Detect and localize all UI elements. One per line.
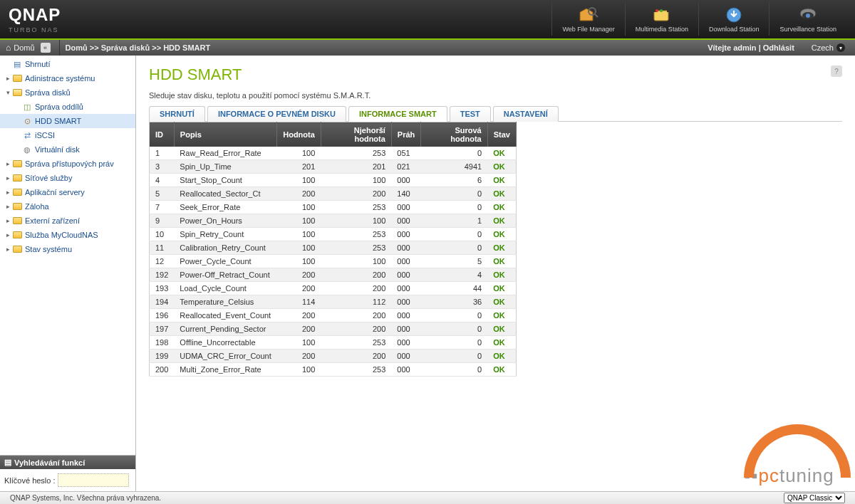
nav-label: Správa disků bbox=[25, 87, 71, 98]
nav-icon bbox=[11, 88, 23, 98]
nav-item-shrnutí[interactable]: ▤Shrnutí bbox=[0, 57, 135, 71]
cell-threshold: 140 bbox=[391, 187, 420, 201]
nav-label: Aplikační servery bbox=[25, 187, 85, 198]
cell-threshold: 000 bbox=[391, 363, 420, 377]
cell-worst: 200 bbox=[321, 282, 391, 295]
svg-rect-4 bbox=[667, 9, 671, 12]
cell-id: 199 bbox=[150, 350, 175, 363]
cell-threshold: 000 bbox=[391, 282, 420, 295]
nav-icon bbox=[11, 159, 23, 169]
cell-raw: 0 bbox=[421, 350, 487, 363]
nav-icon: ◫ bbox=[21, 102, 33, 112]
welcome-text: Vítejte admin | Odhlásit bbox=[700, 43, 802, 52]
nav-item-hdd-smart[interactable]: ⊙HDD SMART bbox=[0, 114, 135, 128]
nav-item-adinistrace-systému[interactable]: ▸Adinistrace systému bbox=[0, 71, 135, 85]
svg-line-1 bbox=[595, 14, 598, 17]
nav-item-záloha[interactable]: ▸Záloha bbox=[0, 199, 135, 214]
header-shortcut-2[interactable]: Download Station bbox=[698, 3, 770, 36]
tab-informace-o-pevném-disku[interactable]: INFORMACE O PEVNÉM DISKU bbox=[207, 106, 346, 122]
cell-threshold: 051 bbox=[391, 147, 420, 160]
footer: QNAP Systems, Inc. Všechna práva vyhraze… bbox=[0, 491, 855, 504]
nav-icon: ◍ bbox=[21, 145, 33, 154]
nav-item-aplikační-servery[interactable]: ▸Aplikační servery bbox=[0, 185, 135, 199]
col-header: ID bbox=[150, 122, 175, 147]
cell-desc: Current_Pending_Sector bbox=[174, 322, 276, 336]
cell-desc: Power-Off_Retract_Count bbox=[174, 268, 276, 282]
header-icon bbox=[578, 6, 599, 24]
tab-test[interactable]: TEST bbox=[450, 106, 491, 122]
collapse-sidebar-icon[interactable]: « bbox=[41, 43, 51, 53]
svg-rect-2 bbox=[654, 11, 668, 21]
cell-id: 200 bbox=[150, 363, 175, 377]
tab-nastavení[interactable]: NASTAVENÍ bbox=[493, 106, 559, 122]
tab-shrnutí[interactable]: SHRNUTÍ bbox=[149, 106, 205, 122]
cell-value: 100 bbox=[277, 201, 321, 214]
header-icon-label: Multimedia Station bbox=[636, 26, 688, 33]
cell-status: OK bbox=[487, 295, 516, 309]
cell-worst: 200 bbox=[321, 350, 391, 363]
header-shortcut-1[interactable]: Multimedia Station bbox=[625, 3, 698, 36]
table-row: 7Seek_Error_Rate1002530000OK bbox=[150, 201, 517, 214]
page-title: HDD SMART bbox=[149, 65, 842, 84]
home-button[interactable]: Domů « bbox=[0, 40, 60, 56]
cell-value: 100 bbox=[277, 255, 321, 268]
theme-selector[interactable]: QNAP Classic bbox=[784, 493, 845, 503]
cell-value: 114 bbox=[277, 295, 321, 309]
cell-value: 100 bbox=[277, 174, 321, 187]
cell-value: 100 bbox=[277, 241, 321, 255]
expand-icon: ▸ bbox=[4, 215, 11, 226]
cell-desc: Raw_Read_Error_Rate bbox=[174, 147, 276, 160]
cell-worst: 200 bbox=[321, 187, 391, 201]
cell-raw: 0 bbox=[421, 336, 487, 350]
nav-item-správa-disků[interactable]: ▾Správa disků bbox=[0, 85, 135, 100]
help-icon[interactable]: ? bbox=[831, 65, 842, 77]
nav-item-správa-oddílů[interactable]: ◫Správa oddílů bbox=[0, 100, 135, 114]
logout-link[interactable]: Odhlásit bbox=[763, 43, 794, 52]
search-input[interactable] bbox=[58, 473, 129, 487]
expand-icon: ▸ bbox=[4, 187, 11, 198]
nav-item-externí-zařízení[interactable]: ▸Externí zařízení bbox=[0, 214, 135, 228]
cell-value: 200 bbox=[277, 309, 321, 322]
header-icon bbox=[797, 6, 819, 24]
cell-worst: 253 bbox=[321, 336, 391, 350]
svg-point-10 bbox=[806, 14, 810, 18]
cell-worst: 200 bbox=[321, 309, 391, 322]
cell-worst: 253 bbox=[321, 228, 391, 241]
table-row: 200Multi_Zone_Error_Rate1002530000OK bbox=[150, 363, 517, 377]
cell-status: OK bbox=[487, 241, 516, 255]
cell-status: OK bbox=[487, 160, 516, 174]
app-header: QNAP TURBO NAS Web File ManagerMultimedi… bbox=[0, 0, 855, 40]
cell-id: 3 bbox=[150, 160, 175, 174]
cell-status: OK bbox=[487, 322, 516, 336]
nav-item-stav-systému[interactable]: ▸Stav systému bbox=[0, 242, 135, 256]
cell-status: OK bbox=[487, 309, 516, 322]
cell-status: OK bbox=[487, 214, 516, 228]
nav-icon bbox=[11, 216, 23, 226]
nav-item-iscsi[interactable]: ⇄iSCSI bbox=[0, 128, 135, 142]
header-shortcut-3[interactable]: Surveillance Station bbox=[769, 3, 846, 36]
nav-label: Stav systému bbox=[25, 243, 72, 255]
expand-icon: ▸ bbox=[4, 229, 11, 241]
nav-item-virtuální-disk[interactable]: ◍Virtuální disk bbox=[0, 142, 135, 157]
cell-raw: 0 bbox=[421, 241, 487, 255]
table-row: 4Start_Stop_Count1001000006OK bbox=[150, 174, 517, 187]
nav-item-síťové-služby[interactable]: ▸Síťové služby bbox=[0, 171, 135, 185]
cell-status: OK bbox=[487, 228, 516, 241]
cell-id: 9 bbox=[150, 214, 175, 228]
cell-status: OK bbox=[487, 363, 516, 377]
tab-informace-smart[interactable]: INFORMACE SMART bbox=[348, 106, 447, 122]
header-icon bbox=[651, 6, 673, 24]
header-shortcut-0[interactable]: Web File Manager bbox=[551, 3, 624, 36]
cell-worst: 253 bbox=[321, 147, 391, 160]
sidebar: ▤Shrnutí▸Adinistrace systému▾Správa disk… bbox=[0, 56, 136, 491]
nav-item-služba-mycloudnas[interactable]: ▸Služba MyCloudNAS bbox=[0, 228, 135, 242]
cell-raw: 0 bbox=[421, 187, 487, 201]
cell-value: 200 bbox=[277, 268, 321, 282]
collapse-icon[interactable]: ▤ bbox=[4, 458, 11, 467]
cell-threshold: 000 bbox=[391, 201, 420, 214]
nav-item-správa-přístupových-práv[interactable]: ▸Správa přístupových práv bbox=[0, 157, 135, 171]
cell-threshold: 000 bbox=[391, 336, 420, 350]
cell-worst: 201 bbox=[321, 160, 391, 174]
language-selector[interactable]: Czech bbox=[802, 43, 855, 52]
cell-id: 193 bbox=[150, 282, 175, 295]
